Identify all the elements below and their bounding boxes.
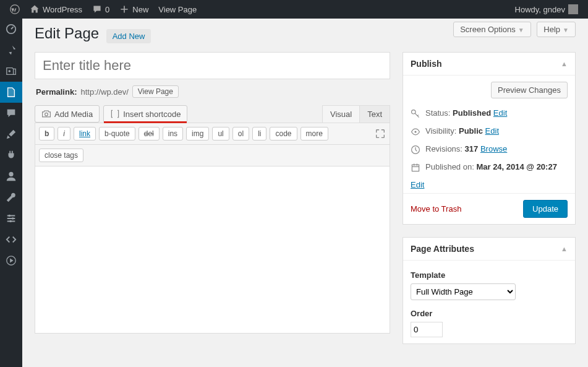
site-name-text: WordPress — [43, 5, 82, 14]
toggle-icon[interactable]: ▲ — [561, 60, 568, 67]
qt-link[interactable]: link — [74, 127, 96, 140]
menu-appearance[interactable] — [0, 124, 22, 145]
svg-point-8 — [45, 113, 48, 116]
permalink-label: Permalink: — [36, 87, 77, 97]
template-select[interactable]: Full Width Page — [411, 283, 516, 300]
eye-icon — [411, 127, 420, 137]
attributes-box-title: Page Attributes — [411, 244, 474, 254]
browse-revisions-link[interactable]: Browse — [480, 144, 507, 153]
fullscreen-icon — [375, 128, 386, 139]
add-new-button[interactable]: Add New — [106, 29, 151, 43]
qt-bold[interactable]: b — [39, 127, 54, 140]
comments-link[interactable]: 0 — [87, 0, 114, 19]
insert-shortcode-button[interactable]: Insert shortcode — [103, 105, 187, 123]
menu-dashboard[interactable] — [0, 19, 22, 40]
move-to-trash-link[interactable]: Move to Trash — [411, 204, 461, 214]
menu-media[interactable] — [0, 61, 22, 82]
menu-users[interactable] — [0, 166, 22, 187]
title-input[interactable] — [35, 52, 390, 79]
template-label: Template — [411, 270, 568, 280]
calendar-icon — [411, 163, 420, 173]
chevron-down-icon: ▼ — [518, 27, 524, 33]
svg-point-5 — [12, 217, 14, 220]
dashboard-icon — [6, 24, 17, 35]
qt-ul[interactable]: ul — [212, 127, 229, 140]
menu-custom-1[interactable] — [0, 229, 22, 250]
qt-bquote[interactable]: b-quote — [99, 127, 135, 140]
comments-count: 0 — [105, 5, 109, 14]
svg-point-10 — [414, 131, 416, 132]
camera-icon — [41, 109, 51, 119]
site-name-link[interactable]: WordPress — [25, 0, 87, 19]
order-label: Order — [411, 309, 568, 318]
qt-ol[interactable]: ol — [232, 127, 249, 140]
menu-plugins[interactable] — [0, 145, 22, 166]
view-page-text: View Page — [158, 5, 197, 14]
update-button[interactable]: Update — [523, 200, 568, 218]
tab-visual[interactable]: Visual — [322, 105, 360, 123]
screen-options-button[interactable]: Screen Options▼ — [453, 22, 531, 37]
highlight-marker — [104, 121, 187, 123]
brush-icon — [6, 129, 17, 140]
home-icon — [30, 4, 40, 14]
menu-posts[interactable] — [0, 40, 22, 61]
comments-icon — [6, 108, 17, 119]
publish-box: Publish▲ Preview Changes Status: Publish… — [403, 52, 576, 225]
media-icon — [6, 66, 17, 77]
svg-point-4 — [9, 215, 11, 217]
play-icon — [6, 255, 17, 266]
avatar — [568, 4, 578, 14]
tab-text[interactable]: Text — [360, 105, 390, 123]
permalink-url: http://wp.dev/ — [80, 87, 128, 97]
fullscreen-button[interactable] — [375, 128, 386, 139]
svg-point-2 — [9, 70, 11, 72]
qt-del[interactable]: del — [138, 127, 160, 140]
code-icon — [6, 234, 17, 245]
menu-tools[interactable] — [0, 187, 22, 208]
chevron-down-icon: ▼ — [563, 27, 569, 33]
new-content-link[interactable]: New — [114, 0, 153, 19]
wp-logo[interactable] — [5, 0, 25, 19]
menu-pages[interactable] — [0, 82, 22, 103]
howdy-link[interactable]: Howdy, gndev — [510, 0, 583, 19]
howdy-text: Howdy, gndev — [515, 5, 565, 14]
view-page-button[interactable]: View Page — [132, 85, 179, 98]
key-icon — [411, 109, 420, 119]
page-icon — [6, 87, 17, 98]
svg-rect-12 — [412, 165, 419, 171]
wordpress-icon — [10, 4, 20, 14]
qt-more[interactable]: more — [300, 127, 328, 140]
edit-visibility-link[interactable]: Edit — [485, 126, 499, 136]
menu-custom-2[interactable] — [0, 250, 22, 271]
pin-icon — [6, 45, 17, 56]
page-attributes-box: Page Attributes▲ Template Full Width Pag… — [403, 237, 576, 344]
menu-settings[interactable] — [0, 208, 22, 229]
qt-ins[interactable]: ins — [163, 127, 183, 140]
user-icon — [6, 171, 17, 182]
svg-point-0 — [11, 5, 19, 14]
toggle-icon[interactable]: ▲ — [561, 245, 568, 253]
qt-img[interactable]: img — [186, 127, 209, 140]
svg-point-9 — [412, 110, 415, 114]
edit-status-link[interactable]: Edit — [493, 108, 507, 118]
qt-code[interactable]: code — [270, 127, 297, 140]
qt-close-tags[interactable]: close tags — [39, 149, 83, 162]
quicktags-toolbar: b i link b-quote del ins img ul ol li co… — [35, 123, 390, 145]
qt-italic[interactable]: i — [58, 127, 70, 140]
qt-li[interactable]: li — [252, 127, 266, 140]
menu-comments[interactable] — [0, 103, 22, 124]
order-input[interactable] — [411, 322, 443, 337]
edit-date-link[interactable]: Edit — [411, 180, 424, 189]
comment-icon — [92, 4, 102, 14]
help-button[interactable]: Help▼ — [537, 22, 576, 37]
add-media-button[interactable]: Add Media — [35, 105, 100, 123]
sliders-icon — [6, 213, 17, 224]
content-editor[interactable] — [35, 166, 390, 334]
publish-box-title: Publish — [411, 59, 442, 69]
preview-changes-button[interactable]: Preview Changes — [491, 82, 568, 98]
plugin-icon — [6, 150, 17, 161]
new-label: New — [132, 5, 148, 14]
revisions-icon — [411, 145, 420, 155]
view-page-link[interactable]: View Page — [153, 0, 202, 19]
plus-icon — [119, 4, 129, 14]
